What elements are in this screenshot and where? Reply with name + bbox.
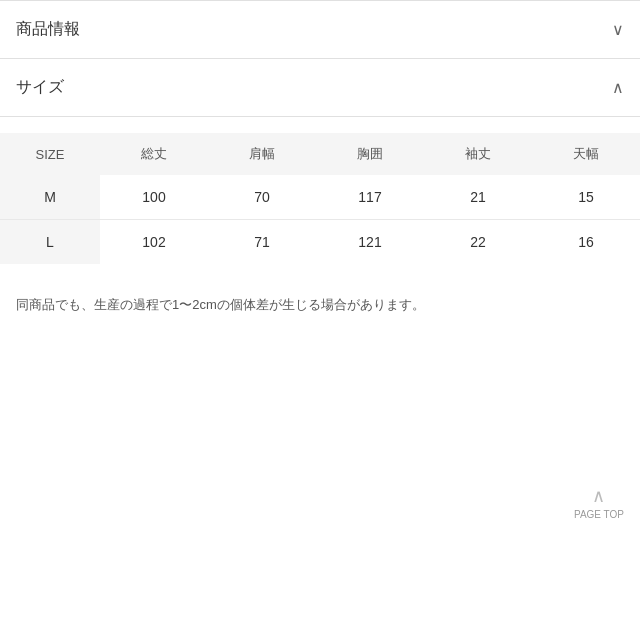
table-header-row: SIZE 総丈 肩幅 胸囲 袖丈 天幅 — [0, 133, 640, 175]
product-info-section[interactable]: 商品情報 ∨ — [0, 0, 640, 59]
product-info-title: 商品情報 — [16, 19, 80, 40]
m-top-width: 15 — [532, 175, 640, 220]
l-chest: 121 — [316, 220, 424, 265]
size-section[interactable]: サイズ ∧ — [0, 59, 640, 117]
page-top-label: PAGE TOP — [574, 509, 624, 520]
l-sleeve: 22 — [424, 220, 532, 265]
table-row: L 102 71 121 22 16 — [0, 220, 640, 265]
l-total-length: 102 — [100, 220, 208, 265]
col-header-top-width: 天幅 — [532, 133, 640, 175]
size-table: SIZE 総丈 肩幅 胸囲 袖丈 天幅 M 100 70 117 21 15 L… — [0, 133, 640, 264]
table-row: M 100 70 117 21 15 — [0, 175, 640, 220]
page-top-button[interactable]: ∧ PAGE TOP — [574, 485, 624, 520]
col-header-shoulder: 肩幅 — [208, 133, 316, 175]
m-sleeve: 21 — [424, 175, 532, 220]
page-top-chevron-icon: ∧ — [592, 485, 605, 507]
product-info-chevron-icon: ∨ — [612, 20, 624, 39]
l-shoulder: 71 — [208, 220, 316, 265]
size-label-m: M — [0, 175, 100, 220]
size-section-title: サイズ — [16, 77, 64, 98]
size-label-l: L — [0, 220, 100, 265]
size-section-chevron-icon: ∧ — [612, 78, 624, 97]
m-chest: 117 — [316, 175, 424, 220]
col-header-sleeve: 袖丈 — [424, 133, 532, 175]
size-table-container: SIZE 総丈 肩幅 胸囲 袖丈 天幅 M 100 70 117 21 15 L… — [0, 117, 640, 280]
col-header-size: SIZE — [0, 133, 100, 175]
col-header-total-length: 総丈 — [100, 133, 208, 175]
l-top-width: 16 — [532, 220, 640, 265]
m-total-length: 100 — [100, 175, 208, 220]
m-shoulder: 70 — [208, 175, 316, 220]
size-note: 同商品でも、生産の過程で1〜2cmの個体差が生じる場合があります。 — [0, 280, 640, 324]
col-header-chest: 胸囲 — [316, 133, 424, 175]
